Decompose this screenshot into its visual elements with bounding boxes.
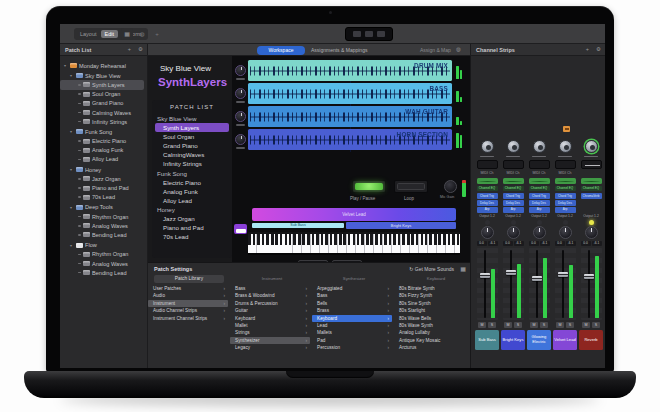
pan-knob[interactable] — [481, 140, 494, 153]
sidebar-item-70s-lead[interactable]: 70s Lead — [60, 193, 147, 202]
loop-button[interactable] — [394, 180, 428, 193]
arp-slot[interactable]: Arp — [555, 207, 576, 213]
library-item-analog-lullaby[interactable]: Analog Lullaby — [394, 329, 468, 336]
insert-slot[interactable]: Chord Trig — [503, 193, 524, 199]
eq-thumbnail[interactable] — [555, 178, 576, 185]
library-item-mallet[interactable]: Mallet› — [230, 322, 310, 329]
library-item-bells[interactable]: Bells› — [312, 300, 392, 307]
add-icon-button[interactable]: + — [151, 28, 163, 40]
library-item-arcturus[interactable]: Arcturus — [394, 344, 468, 351]
library-item-audio-channel-strips[interactable]: Audio Channel Strips› — [148, 307, 228, 314]
sidebar-item-grand-piano[interactable]: Grand Piano — [60, 99, 147, 108]
volume-fader[interactable] — [529, 248, 550, 320]
layer-bar-velvet-lead[interactable]: Velvet Lead — [252, 208, 456, 221]
volume-fader[interactable] — [555, 248, 576, 320]
patch-list-item-electric-piano[interactable]: Electric Piano — [152, 178, 232, 187]
strip-actions-gear-icon[interactable]: ⚙ — [596, 46, 601, 52]
mute-button[interactable]: M — [582, 322, 590, 328]
library-item-synthesizer[interactable]: Synthesizer› — [230, 337, 310, 344]
library-item-arpeggiated[interactable]: Arpeggiated› — [312, 285, 392, 292]
patch-list-item-grand-piano[interactable]: Grand Piano — [152, 141, 232, 150]
channel-eq-slot[interactable]: Channel EQ — [555, 186, 576, 192]
play-pause-button[interactable] — [352, 180, 386, 193]
library-item-lead[interactable]: Lead› — [312, 322, 392, 329]
setting-button[interactable] — [555, 160, 576, 169]
setting-button[interactable] — [581, 160, 602, 169]
sidebar-item-funk-song[interactable]: ▾Funk Song — [60, 127, 147, 136]
library-item-80s-wave-bells[interactable]: 80s Wave Bells — [394, 315, 468, 322]
pan-knob[interactable] — [507, 140, 520, 153]
library-item-80s-fizzy-synth[interactable]: 80s Fizzy Synth — [394, 292, 468, 299]
eq-thumbnail[interactable] — [529, 178, 550, 185]
solo-button[interactable]: S — [540, 322, 548, 328]
fader-handle[interactable] — [480, 273, 490, 278]
volume-fader[interactable] — [503, 248, 524, 320]
library-item-instrument[interactable]: Instrument› — [148, 300, 228, 307]
library-item-80s-wave-synth[interactable]: 80s Wave Synth — [394, 322, 468, 329]
channel-eq-slot[interactable]: Channel EQ — [477, 186, 498, 192]
library-item-keyboard[interactable]: Keyboard› — [230, 315, 310, 322]
library-item-brass[interactable]: Brass› — [312, 307, 392, 314]
sidebar-item-deep-tools[interactable]: ▾Deep Tools — [60, 203, 147, 212]
mute-button[interactable]: M — [504, 322, 512, 328]
volume-knob[interactable] — [559, 226, 572, 239]
patch-list-item-analog-funk[interactable]: Analog Funk — [152, 187, 232, 196]
assign-map-button[interactable]: Assign & Map — [420, 47, 451, 53]
sidebar-item-analog-waves[interactable]: Analog Waves — [60, 259, 147, 268]
sidebar-item-analog-funk[interactable]: Analog Funk — [60, 146, 147, 155]
library-item-instrument-channel-strips[interactable]: Instrument Channel Strips› — [148, 315, 228, 322]
mute-button[interactable]: M — [478, 322, 486, 328]
channel-eq-slot[interactable]: Channel EQ — [529, 186, 550, 192]
onscreen-keyboard[interactable] — [248, 232, 460, 253]
patch-list-item-70s-lead[interactable]: 70s Lead — [152, 232, 232, 241]
sidebar-item-monday-rehearsal[interactable]: ▾Monday Rehearsal — [60, 61, 147, 70]
insert-slot[interactable]: Delay Des — [529, 200, 550, 206]
get-more-sounds-button[interactable]: ↻ Get More Sounds — [409, 266, 454, 272]
library-item-bass[interactable]: Bass› — [230, 285, 310, 292]
layer-bar-sub-bass[interactable]: Sub Bass — [252, 223, 344, 228]
library-item-brass-woodwind[interactable]: Brass & Woodwind› — [230, 292, 310, 299]
channel-eq-slot[interactable]: Channel EQ — [581, 186, 602, 192]
sidebar-item-calming-waves[interactable]: Calming Waves — [60, 108, 147, 117]
arp-slot[interactable]: Arp — [477, 207, 498, 213]
library-view-icon[interactable]: ▦ — [460, 265, 466, 272]
insert-slot[interactable]: Chord Trig — [555, 193, 576, 199]
sidebar-item-soul-organ[interactable]: Soul Organ — [60, 90, 147, 99]
setting-button[interactable] — [503, 160, 524, 169]
solo-button[interactable]: S — [592, 322, 600, 328]
eq-thumbnail[interactable] — [503, 178, 524, 185]
library-item-drums-percussion[interactable]: Drums & Percussion› — [230, 300, 310, 307]
arp-slot[interactable]: Arp — [529, 207, 550, 213]
library-item-antique-key-mosaic[interactable]: Antique Key Mosaic — [394, 337, 468, 344]
sidebar-item-jazz-organ[interactable]: Jazz Organ — [60, 174, 147, 183]
library-item-legacy[interactable]: Legacy› — [230, 344, 310, 351]
fader-handle[interactable] — [506, 270, 516, 275]
fader-handle[interactable] — [584, 274, 594, 279]
volume-fader[interactable] — [581, 248, 602, 320]
sidebar-item-bending-lead[interactable]: Bending Lead — [60, 230, 147, 239]
library-item-percussion[interactable]: Percussion› — [312, 344, 392, 351]
solo-button[interactable]: S — [514, 322, 522, 328]
pan-knob[interactable] — [585, 140, 598, 153]
library-item-guitar[interactable]: Guitar› — [230, 307, 310, 314]
library-item-mallets[interactable]: Mallets› — [312, 329, 392, 336]
fader-handle[interactable] — [558, 272, 568, 277]
sidebar-item-honey[interactable]: ▾Honey — [60, 165, 147, 174]
tab-assignments-mappings[interactable]: Assignments & Mappings — [311, 47, 367, 53]
setting-button[interactable] — [477, 160, 498, 169]
library-item-80s-starlight[interactable]: 80s Starlight — [394, 307, 468, 314]
volume-knob[interactable] — [585, 226, 598, 239]
monitor-icon-button[interactable]: ◍ — [136, 28, 148, 40]
library-item-strings[interactable]: Strings› — [230, 329, 310, 336]
tab-workspace[interactable]: Workspace — [257, 46, 305, 55]
strip-name-plate[interactable]: Glowing Electric — [527, 330, 551, 350]
patch-list-item-synth-layers[interactable]: Synth Layers — [155, 123, 229, 132]
library-item-pad[interactable]: Pad› — [312, 337, 392, 344]
layer-bar-bright-keys[interactable]: Bright Keys — [346, 222, 456, 229]
track-knob-drum-mix[interactable] — [235, 65, 246, 76]
patch-list-item-piano-and-pad[interactable]: Piano and Pad — [152, 223, 232, 232]
solo-button[interactable]: S — [488, 322, 496, 328]
mute-button[interactable]: M — [530, 322, 538, 328]
sidebar-item-infinity-strings[interactable]: Infinity Strings — [60, 117, 147, 126]
channel-eq-slot[interactable]: Channel EQ — [503, 186, 524, 192]
